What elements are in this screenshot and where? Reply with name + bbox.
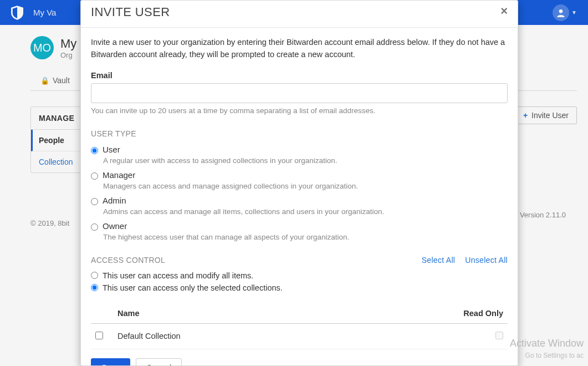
access-selected-radio[interactable]	[91, 284, 98, 291]
user-type-manager-label: Manager	[103, 170, 135, 180]
user-type-header: USER TYPE	[91, 129, 508, 138]
col-readonly-header: Read Only	[452, 303, 508, 324]
access-control-header: ACCESS CONTROL	[91, 256, 165, 265]
table-row: Default Collection	[91, 323, 508, 349]
collection-name: Default Collection	[113, 323, 452, 349]
modal-title: INVITE USER	[91, 5, 170, 19]
user-type-owner[interactable]: Owner	[91, 221, 508, 231]
modal-intro-text: Invite a new user to your organization b…	[91, 37, 508, 61]
user-type-admin-radio[interactable]	[91, 198, 98, 205]
user-type-owner-label: Owner	[103, 221, 127, 231]
modal-footer: Save Cancel	[81, 349, 518, 367]
email-label: Email	[91, 71, 508, 80]
collections-table: Name Read Only Default Collection	[91, 303, 508, 349]
user-type-manager-radio[interactable]	[91, 172, 98, 180]
save-button[interactable]: Save	[91, 358, 130, 367]
access-selected-label: This user can access only the selected c…	[103, 283, 283, 292]
modal-body: Invite a new user to your organization b…	[81, 28, 518, 349]
col-name-header: Name	[113, 303, 452, 324]
user-type-owner-desc: The highest access user that can manage …	[103, 233, 508, 241]
user-type-user-radio[interactable]	[91, 147, 98, 154]
select-all-link[interactable]: Select All	[422, 256, 456, 265]
user-type-user-desc: A regular user with access to assigned c…	[103, 156, 508, 165]
access-all-radio[interactable]	[91, 272, 98, 279]
modal-header: INVITE USER ×	[81, 1, 518, 28]
access-all-items[interactable]: This user can access and modify all item…	[91, 271, 508, 280]
user-type-admin-label: Admin	[103, 196, 126, 205]
close-icon[interactable]: ×	[500, 5, 508, 17]
cancel-button[interactable]: Cancel	[136, 358, 182, 367]
invite-user-modal: INVITE USER × Invite a new user to your …	[80, 0, 518, 366]
user-type-owner-radio[interactable]	[91, 223, 98, 231]
access-all-label: This user can access and modify all item…	[103, 271, 253, 280]
collection-select-checkbox[interactable]	[95, 332, 103, 339]
email-help-text: You can invite up to 20 users at a time …	[91, 106, 508, 115]
user-type-user-label: User	[103, 145, 120, 154]
user-type-manager-desc: Managers can access and manage assigned …	[103, 182, 508, 190]
user-type-admin[interactable]: Admin	[91, 196, 508, 205]
user-type-user[interactable]: User	[91, 145, 508, 154]
access-selected-collections[interactable]: This user can access only the selected c…	[91, 283, 508, 292]
unselect-all-link[interactable]: Unselect All	[465, 256, 508, 265]
user-type-manager[interactable]: Manager	[91, 170, 508, 180]
email-input[interactable]	[91, 83, 508, 103]
collection-readonly-checkbox[interactable]	[495, 332, 503, 339]
access-control-header-row: ACCESS CONTROL Select All Unselect All	[91, 256, 508, 265]
user-type-admin-desc: Admins can access and manage all items, …	[103, 207, 508, 216]
